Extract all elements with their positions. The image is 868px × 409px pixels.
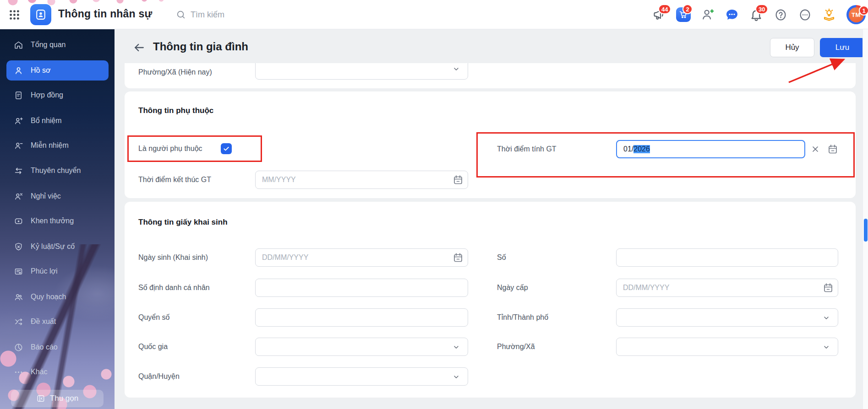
avatar-badge: 1: [859, 5, 868, 16]
top-bar: Thông tin nhân sự 44 2: [0, 0, 868, 29]
calendar-icon[interactable]: [823, 282, 834, 293]
search-icon: [176, 10, 186, 20]
chevron-down-icon: [453, 344, 460, 351]
field-label: Số: [497, 253, 506, 262]
section-title: Thông tin phụ thuộc: [138, 106, 213, 115]
province-select[interactable]: [616, 308, 838, 327]
app-logo-icon[interactable]: [30, 4, 51, 25]
ward-select[interactable]: [616, 338, 838, 356]
field-label: Quyển số: [138, 313, 169, 322]
search-box[interactable]: [176, 6, 286, 23]
topbar-icon-row: 44 2: [652, 0, 868, 29]
country-select[interactable]: [255, 338, 468, 356]
contract-icon: [14, 91, 23, 100]
more-options-icon[interactable]: [797, 7, 812, 22]
ideas-icon[interactable]: [822, 7, 836, 22]
person-plus-icon: [14, 116, 23, 126]
notifications-bell-icon[interactable]: 30: [749, 7, 764, 22]
number-input[interactable]: [616, 248, 838, 267]
calendar-icon[interactable]: [453, 174, 464, 185]
notifications-badge: 30: [755, 4, 768, 14]
field-label: Tỉnh/Thành phố: [497, 313, 548, 322]
field-label: Ngày sinh (Khai sinh): [138, 253, 208, 262]
sidebar-item-de-xuat[interactable]: Đề xuất: [0, 312, 115, 332]
calendar-icon[interactable]: [453, 252, 464, 263]
dependent-section-card: Thông tin phụ thuộc Là người phụ thuộc T…: [125, 91, 856, 198]
section-title: Thông tin giấy khai sinh: [138, 218, 228, 227]
sidebar-item-ho-so[interactable]: Hồ sơ: [0, 60, 115, 81]
is-dependent-checkbox[interactable]: [221, 143, 232, 154]
app-title: Thông tin nhân sự: [58, 8, 152, 20]
sidebar-item-nghi-viec[interactable]: Nghỉ việc: [0, 186, 115, 206]
birth-section-card: Thông tin giấy khai sinh Ngày sinh (Khai…: [125, 202, 856, 398]
store-cart-icon[interactable]: 2: [676, 7, 691, 22]
shield-x-icon: [14, 242, 23, 252]
main-content: Thông tin gia đình Hủy Lưu Phường/Xã (Hi…: [115, 29, 868, 409]
field-label: Ngày cấp: [497, 283, 528, 292]
apps-grid-icon[interactable]: [8, 9, 21, 23]
field-label: Phường/Xã (Hiện nay): [138, 68, 212, 77]
sidebar-item-quy-hoach[interactable]: Quy hoạch: [0, 287, 115, 307]
search-input[interactable]: [191, 10, 273, 20]
page-header: Thông tin gia đình Hủy Lưu: [115, 29, 868, 63]
field-label: Quốc gia: [138, 342, 168, 351]
back-arrow-icon[interactable]: [133, 41, 146, 54]
sidebar-item-bo-nhiem[interactable]: Bổ nhiệm: [0, 111, 115, 131]
add-user-icon[interactable]: [700, 7, 715, 22]
save-button[interactable]: Lưu: [820, 38, 865, 57]
sidebar-item-tong-quan[interactable]: Tổng quan: [0, 35, 115, 55]
sidebar-item-bao-cao[interactable]: Báo cáo: [0, 337, 115, 357]
chevron-down-icon: [453, 65, 460, 73]
messages-icon[interactable]: [725, 7, 739, 22]
scrollbar-track[interactable]: [863, 29, 868, 409]
people-group-icon: [14, 292, 23, 302]
address-card: Phường/Xã (Hiện nay): [125, 63, 856, 88]
more-dots-icon: [14, 367, 23, 377]
calendar-icon[interactable]: [827, 144, 838, 155]
check-icon: [223, 145, 230, 152]
home-icon: [14, 40, 23, 50]
cancel-button[interactable]: Hủy: [770, 38, 814, 57]
proposal-shuffle-icon: [14, 317, 23, 327]
announcements-icon[interactable]: 44: [652, 7, 666, 22]
sidebar-item-khac[interactable]: Khác: [0, 362, 115, 382]
field-label: Quận/Huyện: [138, 372, 180, 381]
gt-start-date-input[interactable]: 01/2026: [616, 140, 805, 158]
sidebar: Tổng quan Hồ sơ Hợp đồng Bổ nhiệm Miễn n…: [0, 29, 115, 409]
field-label: Thời điểm tính GT: [497, 145, 557, 154]
gt-end-date-input[interactable]: [255, 171, 468, 189]
ward-current-select[interactable]: [255, 63, 468, 80]
person-minus-icon: [14, 141, 23, 151]
award-ticket-icon: [14, 216, 23, 226]
field-label: Thời điểm kết thúc GT: [138, 175, 211, 184]
issue-date-input[interactable]: [616, 279, 838, 297]
cart-badge: 2: [682, 4, 693, 14]
field-label: Số định danh cá nhân: [138, 283, 210, 292]
gt-value-prefix: 01/: [623, 145, 633, 153]
announcements-badge: 44: [658, 4, 671, 14]
field-label: Phường/Xã: [497, 342, 535, 351]
sidebar-item-khen-thuong[interactable]: Khen thưởng: [0, 211, 115, 231]
sidebar-item-phuc-loi[interactable]: Phúc lợi: [0, 261, 115, 281]
scrollbar-thumb[interactable]: [864, 219, 868, 242]
clear-x-icon[interactable]: [811, 145, 820, 154]
transfer-arrows-icon: [14, 166, 23, 176]
help-icon[interactable]: [773, 7, 788, 22]
collapse-sidebar-button[interactable]: Thu gọn: [11, 390, 104, 407]
personal-id-input[interactable]: [255, 279, 468, 297]
birth-date-input[interactable]: [255, 248, 468, 267]
avatar[interactable]: TM 1: [846, 7, 866, 22]
sidebar-item-mien-nhiem[interactable]: Miễn nhiệm: [0, 135, 115, 156]
sidebar-item-thuyen-chuyen[interactable]: Thuyên chuyển: [0, 161, 115, 181]
benefit-card-icon: [14, 267, 23, 276]
blossom-decoration: [0, 0, 174, 7]
book-number-input[interactable]: [255, 308, 468, 327]
person-x-icon: [14, 192, 23, 201]
app-window: Thông tin nhân sự 44 2: [0, 0, 868, 409]
field-label: Là người phụ thuộc: [138, 144, 202, 153]
collapse-panel-icon: [36, 394, 45, 403]
district-select[interactable]: [255, 367, 468, 386]
sidebar-item-hop-dong[interactable]: Hợp đồng: [0, 85, 115, 105]
pie-chart-icon: [14, 343, 23, 352]
sidebar-item-ky-luat[interactable]: Kỷ luật/Sự cố: [0, 237, 115, 257]
